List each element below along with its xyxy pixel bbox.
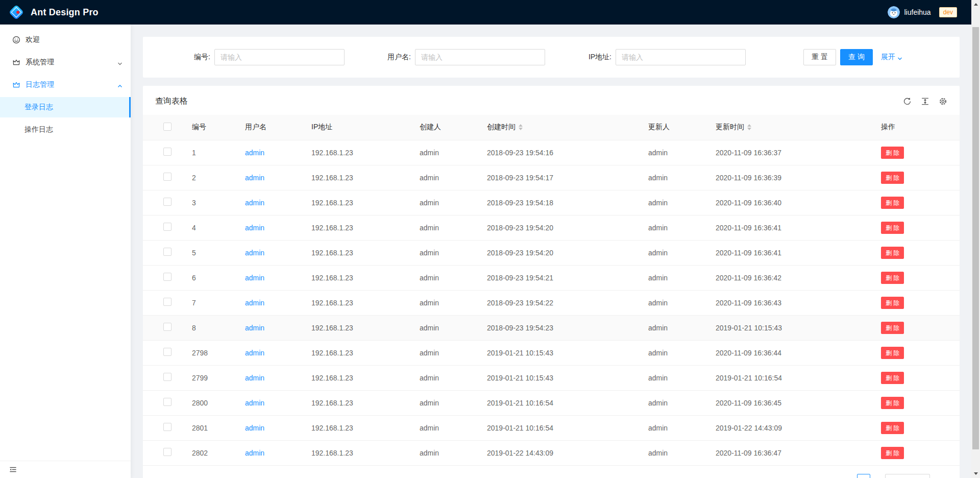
ip-field[interactable] (616, 49, 746, 65)
cell-username-link[interactable]: admin (245, 149, 264, 157)
cell-updated-at: 2020-11-09 16:36:39 (707, 165, 873, 190)
row-checkbox[interactable] (163, 323, 172, 331)
column-header-creator: 创建人 (411, 115, 479, 140)
row-checkbox[interactable] (163, 198, 172, 206)
scroll-up-arrow-icon[interactable] (971, 0, 980, 9)
cell-username-link[interactable]: admin (245, 424, 264, 432)
cell-username-link[interactable]: admin (245, 274, 264, 282)
row-checkbox[interactable] (163, 148, 172, 156)
cell-username-link[interactable]: admin (245, 349, 264, 357)
cell-updater: admin (640, 390, 707, 415)
scroll-down-arrow-icon[interactable] (971, 469, 980, 478)
cell-id: 2 (184, 165, 237, 190)
sort-carets-icon[interactable] (519, 124, 523, 130)
menu-fold-icon[interactable] (9, 466, 17, 473)
pagination-size-select[interactable] (885, 474, 930, 478)
cell-username-link[interactable]: admin (245, 399, 264, 407)
username-field-label: 用户名: (356, 53, 415, 62)
cell-username-link[interactable]: admin (245, 199, 264, 207)
sidebar-item-system-management[interactable]: 系统管理 (0, 52, 131, 73)
id-field[interactable] (214, 49, 345, 65)
delete-button[interactable]: 删 除 (881, 372, 904, 384)
delete-button[interactable]: 删 除 (881, 172, 904, 184)
column-header-id: 编号 (184, 115, 237, 140)
row-checkbox[interactable] (163, 298, 172, 306)
cell-creator: admin (411, 315, 479, 340)
cell-username-link[interactable]: admin (245, 224, 264, 232)
column-header-label: 更新时间 (716, 123, 744, 132)
select-all-checkbox[interactable] (163, 123, 172, 131)
table-row: 2 admin 192.168.1.23 admin 2018-09-23 19… (143, 165, 960, 190)
reload-icon[interactable] (903, 97, 912, 106)
cell-created-at: 2019-01-21 10:16:54 (479, 390, 640, 415)
logo-link[interactable]: Ant Design Pro (8, 4, 99, 20)
cell-username-link[interactable]: admin (245, 449, 264, 457)
cell-username-link[interactable]: admin (245, 324, 264, 332)
cell-updated-at: 2020-11-09 16:36:43 (707, 290, 873, 315)
pagination-active-page[interactable] (857, 474, 870, 478)
sidebar-item-operation-log[interactable]: 操作日志 (0, 119, 131, 140)
delete-button[interactable]: 删 除 (881, 322, 904, 334)
delete-button[interactable]: 删 除 (881, 447, 904, 459)
cell-updated-at: 2020-11-09 16:36:41 (707, 240, 873, 265)
delete-button[interactable]: 删 除 (881, 147, 904, 159)
table-row: 2799 admin 192.168.1.23 admin 2019-01-21… (143, 365, 960, 390)
delete-button[interactable]: 删 除 (881, 297, 904, 309)
cell-creator: admin (411, 340, 479, 365)
sort-carets-icon[interactable] (747, 124, 751, 130)
user-menu-trigger[interactable]: liufeihua dev (888, 6, 957, 18)
column-header-created-at[interactable]: 创建时间 (479, 115, 640, 140)
row-checkbox[interactable] (163, 273, 172, 281)
table-row: 7 admin 192.168.1.23 admin 2018-09-23 19… (143, 290, 960, 315)
reset-button[interactable]: 重 置 (803, 49, 836, 65)
chevron-down-icon (897, 55, 902, 60)
sidebar-item-welcome[interactable]: 欢迎 (0, 30, 131, 50)
delete-button[interactable]: 删 除 (881, 397, 904, 409)
row-checkbox[interactable] (163, 348, 172, 356)
delete-button[interactable]: 删 除 (881, 222, 904, 234)
row-checkbox[interactable] (163, 373, 172, 381)
cell-id: 1 (184, 140, 237, 165)
cell-ip: 192.168.1.23 (303, 415, 411, 440)
cell-updated-at: 2020-11-09 16:36:45 (707, 390, 873, 415)
cell-updated-at: 2020-11-09 16:36:37 (707, 140, 873, 165)
data-table: 编号 用户名 IP地址 创建人 创建时间 更新人 (143, 115, 960, 466)
cell-username-link[interactable]: admin (245, 299, 264, 307)
sidebar-item-login-log[interactable]: 登录日志 (0, 97, 131, 117)
delete-button[interactable]: 删 除 (881, 197, 904, 209)
row-checkbox[interactable] (163, 173, 172, 181)
sidebar-item-log-management[interactable]: 日志管理 (0, 75, 131, 95)
row-checkbox[interactable] (163, 398, 172, 406)
query-button[interactable]: 查 询 (840, 49, 873, 65)
delete-button[interactable]: 删 除 (881, 347, 904, 359)
cell-username-link[interactable]: admin (245, 374, 264, 382)
cell-created-at: 2018-09-23 19:54:21 (479, 265, 640, 290)
cell-creator: admin (411, 265, 479, 290)
cell-ip: 192.168.1.23 (303, 215, 411, 240)
env-badge: dev (939, 7, 957, 17)
cell-username-link[interactable]: admin (245, 249, 264, 257)
column-header-updated-at[interactable]: 更新时间 (707, 115, 873, 140)
scrollbar-thumb[interactable] (972, 27, 979, 449)
username-field[interactable] (415, 49, 545, 65)
settings-icon[interactable] (939, 97, 947, 106)
delete-button[interactable]: 删 除 (881, 247, 904, 259)
cell-updater: admin (640, 190, 707, 215)
table-row: 6 admin 192.168.1.23 admin 2018-09-23 19… (143, 265, 960, 290)
top-header: Ant Design Pro liufeihua dev (0, 0, 980, 25)
cell-updater: admin (640, 340, 707, 365)
cell-username-link[interactable]: admin (245, 174, 264, 182)
cell-created-at: 2018-09-23 19:54:18 (479, 190, 640, 215)
row-checkbox[interactable] (163, 448, 172, 456)
expand-toggle[interactable]: 展开 (881, 53, 902, 62)
cell-id: 2802 (184, 440, 237, 465)
row-checkbox[interactable] (163, 423, 172, 431)
cell-ip: 192.168.1.23 (303, 265, 411, 290)
app-root: Ant Design Pro liufeihua dev (0, 0, 980, 478)
row-checkbox[interactable] (163, 248, 172, 256)
delete-button[interactable]: 删 除 (881, 272, 904, 284)
cell-updater: admin (640, 440, 707, 465)
delete-button[interactable]: 删 除 (881, 422, 904, 434)
row-checkbox[interactable] (163, 223, 172, 231)
density-icon[interactable] (921, 97, 929, 106)
